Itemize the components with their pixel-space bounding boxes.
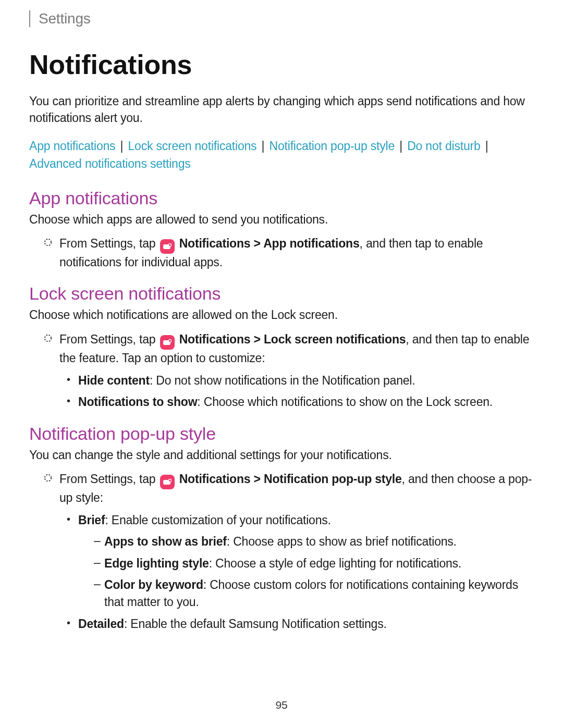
lock-screen-options: Hide content: Do not show notifications … xyxy=(29,372,534,411)
link-do-not-disturb[interactable]: Do not disturb xyxy=(407,139,480,153)
option-text: : Enable the default Samsung Notificatio… xyxy=(124,617,387,631)
option-text: : Choose a style of edge lighting for no… xyxy=(209,557,461,570)
popup-style-step: From Settings, tap Notifications > Notif… xyxy=(44,471,534,507)
separator: | xyxy=(256,139,269,153)
list-item: Hide content: Do not show notifications … xyxy=(67,372,534,389)
quick-links: App notifications | Lock screen notifica… xyxy=(29,138,534,172)
svg-point-7 xyxy=(169,340,171,342)
separator: | xyxy=(115,139,128,153)
section-heading-app-notifications: App notifications xyxy=(29,188,534,208)
list-item: Color by keyword: Choose custom colors f… xyxy=(94,576,534,611)
lock-screen-step: From Settings, tap Notifications > Lock … xyxy=(44,331,534,367)
ring-bullet-icon xyxy=(44,474,52,482)
link-notification-popup-style[interactable]: Notification pop-up style xyxy=(270,139,395,153)
popup-style-lead: You can change the style and additional … xyxy=(29,447,534,463)
app-notifications-step: From Settings, tap Notifications > App n… xyxy=(44,235,534,271)
option-label: Color by keyword xyxy=(104,578,203,591)
step-text-bold: Notifications > App notifications xyxy=(179,237,360,250)
list-item: Notifications to show: Choose which noti… xyxy=(67,393,534,411)
step-text-pre: From Settings, tap xyxy=(59,472,159,486)
option-text: : Enable customization of your notificat… xyxy=(105,513,331,527)
svg-point-3 xyxy=(169,244,171,246)
option-label: Apps to show as brief xyxy=(104,535,227,548)
svg-point-11 xyxy=(169,479,171,482)
ring-bullet-icon xyxy=(44,238,52,246)
option-text: : Choose apps to show as brief notificat… xyxy=(227,535,457,548)
svg-point-0 xyxy=(45,239,51,245)
ring-bullet-icon xyxy=(44,334,52,342)
section-heading-popup-style: Notification pop-up style xyxy=(29,424,534,444)
option-label: Brief xyxy=(78,513,105,527)
popup-style-options: Brief: Enable customization of your noti… xyxy=(29,512,534,633)
breadcrumb: Settings xyxy=(39,10,91,27)
step-text-pre: From Settings, tap xyxy=(59,237,159,250)
list-item: Edge lighting style: Choose a style of e… xyxy=(94,555,534,572)
link-app-notifications[interactable]: App notifications xyxy=(29,139,115,153)
option-text: : Choose which notifications to show on … xyxy=(197,395,493,409)
option-label: Notifications to show xyxy=(78,395,197,409)
link-advanced-notifications-settings[interactable]: Advanced notifications settings xyxy=(29,157,191,170)
svg-point-4 xyxy=(45,335,51,341)
option-label: Detailed xyxy=(78,617,124,631)
option-label: Hide content xyxy=(78,374,150,387)
option-text: : Do not show notifications in the Notif… xyxy=(150,374,415,387)
intro-text: You can prioritize and streamline app al… xyxy=(29,93,534,126)
notifications-icon xyxy=(160,335,175,350)
separator: | xyxy=(481,139,490,153)
step-text-bold: Notifications > Notification pop-up styl… xyxy=(179,472,402,486)
step-body: From Settings, tap Notifications > Notif… xyxy=(59,471,534,507)
step-body: From Settings, tap Notifications > Lock … xyxy=(59,331,534,367)
page-title: Notifications xyxy=(29,49,534,80)
list-item: Brief: Enable customization of your noti… xyxy=(67,512,534,611)
svg-point-8 xyxy=(45,474,51,480)
section-heading-lock-screen: Lock screen notifications xyxy=(29,283,534,304)
separator: | xyxy=(395,139,407,153)
lock-screen-lead: Choose which notifications are allowed o… xyxy=(29,307,534,323)
brief-sub-options: Apps to show as brief: Choose apps to sh… xyxy=(78,533,534,611)
step-body: From Settings, tap Notifications > App n… xyxy=(59,235,534,271)
step-text-pre: From Settings, tap xyxy=(59,332,159,346)
app-notifications-lead: Choose which apps are allowed to send yo… xyxy=(29,212,534,228)
notifications-icon xyxy=(160,239,175,254)
page-number: 95 xyxy=(0,699,563,711)
list-item: Detailed: Enable the default Samsung Not… xyxy=(67,615,534,633)
notifications-icon xyxy=(160,475,175,489)
breadcrumb-bar: Settings xyxy=(29,10,534,27)
option-label: Edge lighting style xyxy=(104,557,209,570)
step-text-bold: Notifications > Lock screen notification… xyxy=(179,332,406,346)
list-item: Apps to show as brief: Choose apps to sh… xyxy=(94,533,534,550)
link-lock-screen-notifications[interactable]: Lock screen notifications xyxy=(128,139,257,153)
